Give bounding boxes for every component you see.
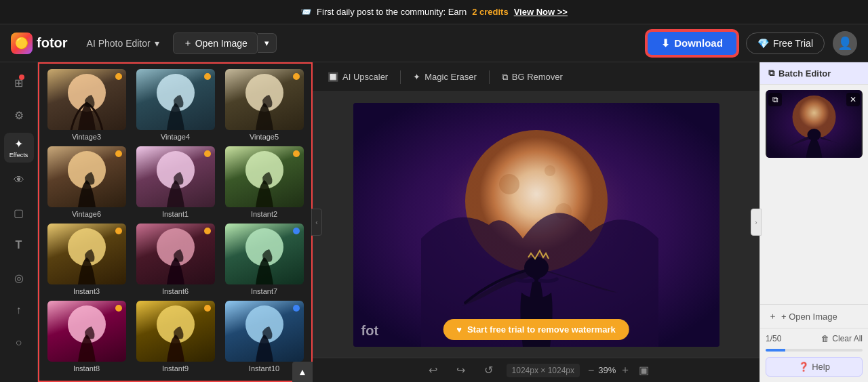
sidebar-item-crop[interactable]: ▢ bbox=[4, 198, 34, 228]
fotor-watermark-text: fot bbox=[361, 323, 379, 339]
chevron-down-icon-2: ▾ bbox=[264, 38, 269, 48]
free-trial-button[interactable]: 💎 Free Trial bbox=[746, 33, 825, 54]
filter-item-instant3[interactable]: Instant3 bbox=[45, 224, 128, 295]
shapes-icon: ◎ bbox=[14, 272, 24, 284]
filter-dot-instant7 bbox=[293, 228, 300, 234]
download-icon: ⬇ bbox=[661, 37, 670, 49]
filter-dot-instant8 bbox=[115, 305, 122, 312]
right-panel: › ⧉ Batch Editor bbox=[760, 62, 868, 382]
banner-credits: 2 credits bbox=[472, 7, 508, 17]
user-avatar-button[interactable]: 👤 bbox=[833, 31, 857, 56]
redo-button[interactable]: ↪ bbox=[451, 361, 471, 379]
filter-dot-vintage5 bbox=[293, 73, 300, 80]
clear-all-button[interactable]: 🗑 Clear All bbox=[821, 334, 863, 343]
count-bar: 1/50 🗑 Clear All bbox=[766, 334, 863, 343]
plus-icon-right: ＋ bbox=[768, 310, 777, 322]
banner-link[interactable]: View Now >> bbox=[514, 7, 568, 17]
trash-icon: 🗑 bbox=[821, 334, 829, 343]
batch-editor-label: Batch Editor bbox=[778, 68, 831, 79]
fullscreen-button[interactable]: ▣ bbox=[639, 364, 649, 377]
filter-thumb-instant9 bbox=[136, 301, 215, 362]
batch-thumb-delete-button[interactable]: ✕ bbox=[846, 93, 860, 106]
canvas-bottom-bar: ↩ ↪ ↺ 1024px × 1024px − 39% ＋ ▣ bbox=[313, 358, 760, 382]
filter-thumb-instant3 bbox=[47, 224, 126, 284]
filter-item-instant1[interactable]: Instant1 bbox=[134, 146, 217, 218]
filter-item-vintage5[interactable]: Vintage5 bbox=[222, 69, 306, 141]
toolbar-separator-2 bbox=[489, 70, 490, 84]
open-image-label: Open Image bbox=[195, 38, 248, 49]
batch-thumbnail: ⧉ ✕ bbox=[766, 90, 863, 158]
filter-thumb-instant6 bbox=[136, 224, 215, 284]
help-icon: ❓ bbox=[798, 362, 809, 372]
filter-item-instant7[interactable]: Instant7 bbox=[222, 224, 306, 295]
open-image-button[interactable]: ＋ Open Image bbox=[173, 33, 258, 54]
filter-grid: Vintage3 Vintage4 bbox=[45, 69, 306, 373]
help-button[interactable]: ❓ Help bbox=[766, 357, 863, 377]
diamond-icon: 💎 bbox=[757, 38, 769, 49]
eye-icon: 👁 bbox=[14, 174, 24, 186]
sliders-icon: ⚙ bbox=[14, 109, 24, 122]
reset-button[interactable]: ↺ bbox=[479, 361, 498, 379]
expand-right-button[interactable]: › bbox=[751, 209, 762, 236]
batch-thumb-layers-button[interactable]: ⧉ bbox=[768, 93, 782, 106]
sidebar-item-text[interactable]: T bbox=[4, 230, 34, 260]
ai-upscaler-icon: 🔲 bbox=[328, 72, 338, 82]
filter-item-vintage3[interactable]: Vintage3 bbox=[45, 69, 128, 141]
scroll-up-button[interactable]: ▲ bbox=[292, 362, 313, 382]
left-sidebar: ⊞ ⚙ ✦ Effects 👁 ▢ T ◎ ↑ ○ bbox=[0, 62, 38, 382]
filter-item-instant2[interactable]: Instant2 bbox=[222, 146, 306, 218]
sidebar-item-retouch[interactable]: 👁 bbox=[4, 165, 34, 195]
zoom-in-button[interactable]: ＋ bbox=[620, 363, 631, 377]
watermark-bar[interactable]: ♥ Start free trial to remove watermark bbox=[443, 319, 629, 340]
main-layout: ⊞ ⚙ ✦ Effects 👁 ▢ T ◎ ↑ ○ bbox=[0, 62, 868, 382]
filter-dot-instant2 bbox=[293, 150, 300, 157]
filter-thumb-vintage4 bbox=[136, 69, 215, 130]
filter-dot-vintage3 bbox=[115, 73, 122, 80]
image-size-info: 1024px × 1024px bbox=[507, 364, 580, 377]
open-image-dropdown-button[interactable]: ▾ bbox=[258, 33, 277, 53]
heart-icon: ♥ bbox=[456, 324, 462, 335]
logo-text: fotor bbox=[37, 35, 68, 51]
bg-remover-button[interactable]: ⧉ BG Remover bbox=[495, 68, 570, 87]
effects-label: Effects bbox=[9, 152, 28, 158]
filter-thumb-instant2 bbox=[225, 146, 304, 207]
sidebar-item-more[interactable]: ○ bbox=[4, 328, 34, 358]
filter-dot-vintage4 bbox=[204, 73, 211, 80]
filter-dot-instant1 bbox=[204, 150, 211, 157]
chevron-right-icon: › bbox=[755, 219, 757, 226]
magic-eraser-button[interactable]: ✦ Magic Eraser bbox=[406, 68, 484, 86]
ai-photo-editor-button[interactable]: AI Photo Editor ▾ bbox=[81, 35, 165, 51]
help-label: Help bbox=[812, 362, 830, 372]
filter-item-instant9[interactable]: Instant9 bbox=[134, 301, 217, 373]
canvas-area: 🔲 AI Upscaler ✦ Magic Eraser ⧉ BG Remove… bbox=[313, 62, 760, 382]
sidebar-item-shapes[interactable]: ◎ bbox=[4, 263, 34, 293]
ai-upscaler-button[interactable]: 🔲 AI Upscaler bbox=[321, 68, 395, 86]
filter-dot-instant6 bbox=[204, 228, 211, 234]
chevron-left-icon: ‹ bbox=[315, 219, 317, 226]
download-button[interactable]: ⬇ Download bbox=[646, 30, 738, 56]
progress-slider[interactable] bbox=[766, 349, 863, 352]
banner-text: First daily post to the community: Earn bbox=[317, 7, 467, 17]
open-image-right-button[interactable]: ＋ + Open Image bbox=[760, 304, 868, 328]
filter-item-instant8[interactable]: Instant8 bbox=[45, 301, 128, 373]
header: 🟡 fotor AI Photo Editor ▾ ＋ Open Image ▾… bbox=[0, 24, 868, 62]
filter-label-vintage3: Vintage3 bbox=[72, 133, 101, 141]
filter-thumb-instant8 bbox=[47, 301, 126, 362]
svg-point-18 bbox=[524, 257, 549, 278]
sidebar-item-adjust[interactable]: ⚙ bbox=[4, 100, 34, 130]
filter-item-instant6[interactable]: Instant6 bbox=[134, 224, 217, 295]
filter-item-vintage6[interactable]: Vintage6 bbox=[45, 146, 128, 218]
filter-label-instant3: Instant3 bbox=[73, 287, 100, 295]
undo-button[interactable]: ↩ bbox=[423, 361, 443, 379]
sidebar-item-upload[interactable]: ↑ bbox=[4, 295, 34, 325]
filter-label-instant6: Instant6 bbox=[162, 287, 189, 295]
filter-item-vintage4[interactable]: Vintage4 bbox=[134, 69, 217, 141]
sidebar-item-effects[interactable]: ✦ Effects bbox=[4, 133, 34, 163]
canvas-image: fot bbox=[353, 103, 719, 347]
effects-icon: ✦ bbox=[14, 137, 23, 150]
watermark-label: Start free trial to remove watermark bbox=[467, 324, 616, 335]
filter-thumb-vintage6 bbox=[47, 146, 126, 207]
sidebar-item-grid[interactable]: ⊞ bbox=[4, 68, 34, 98]
collapse-panel-button[interactable]: ‹ bbox=[311, 209, 322, 236]
zoom-out-button[interactable]: − bbox=[588, 364, 594, 377]
